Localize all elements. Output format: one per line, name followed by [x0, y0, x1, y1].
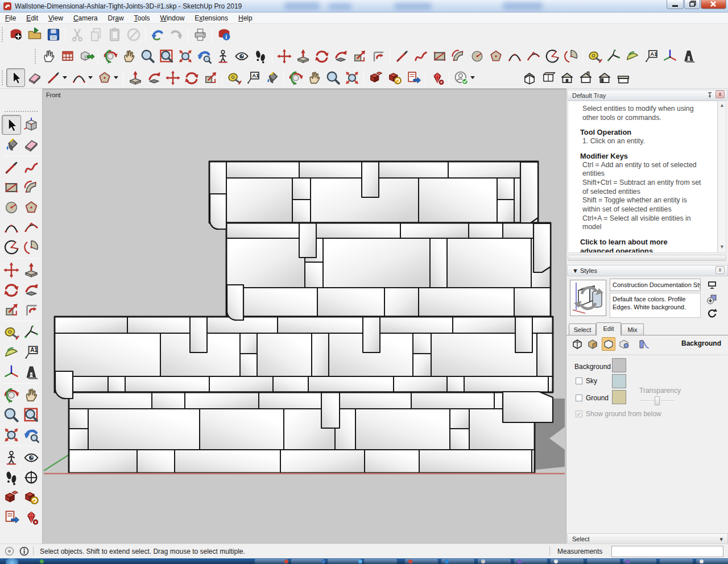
tray-close-icon[interactable]: x [715, 90, 725, 98]
paint-tool-icon[interactable] [262, 68, 281, 87]
scroll-up-icon[interactable]: ▲ [719, 103, 725, 108]
signin-dropdown-icon[interactable] [470, 76, 475, 79]
arc2-tool-icon[interactable] [505, 47, 524, 66]
zoom-tool-icon[interactable] [324, 68, 342, 87]
viso-tool-icon[interactable] [520, 68, 539, 87]
ruby-tool-icon[interactable] [22, 507, 41, 527]
menu-file[interactable]: File [0, 13, 21, 22]
new-tool-icon[interactable] [6, 26, 25, 44]
tab-select[interactable]: Select [569, 324, 596, 335]
instructor-scrollbar[interactable]: ▲ ▼ [718, 101, 726, 253]
pushpull-tool-icon[interactable] [22, 260, 41, 280]
line-dropdown-icon[interactable] [63, 76, 67, 79]
arcpie-tool-icon[interactable] [2, 237, 21, 257]
move-tool-icon[interactable] [163, 68, 182, 87]
style-name-field[interactable]: Construction Documentation Sty [610, 279, 701, 291]
signin-tool-icon[interactable] [452, 68, 470, 87]
text-tool-icon[interactable]: A1 [642, 47, 660, 66]
menu-edit[interactable]: Edit [21, 13, 43, 22]
look-tool-icon[interactable] [22, 447, 41, 467]
wh3d-tool-icon[interactable] [366, 68, 385, 87]
tape-tool-icon[interactable] [225, 68, 243, 87]
rotrect-tool-icon[interactable] [22, 177, 41, 197]
arc3-tool-icon[interactable] [22, 217, 41, 237]
pan-tool-icon[interactable] [119, 47, 138, 66]
menu-view[interactable]: View [43, 13, 68, 22]
paste-tool-icon[interactable] [105, 26, 124, 44]
vtop-tool-icon[interactable] [539, 68, 557, 87]
eraseall-tool-icon[interactable] [124, 26, 143, 44]
orbit-tool-icon[interactable] [2, 385, 21, 405]
arcpie-tool-icon[interactable] [543, 47, 561, 66]
style-thumbnail[interactable] [570, 280, 606, 316]
offset-tool-icon[interactable] [22, 300, 41, 320]
scale-tool-icon[interactable] [350, 47, 369, 66]
vright-tool-icon[interactable] [614, 68, 632, 87]
walk-tool-icon[interactable] [251, 47, 270, 66]
pushpull-tool-icon[interactable] [126, 68, 144, 87]
taskbar-app-button[interactable] [291, 559, 324, 564]
style-description-field[interactable]: Default face colors. Profile Edges. Whit… [610, 293, 701, 318]
component-tool-icon[interactable] [22, 115, 41, 135]
close-button[interactable] [701, 0, 726, 9]
walk-tool-icon[interactable] [2, 467, 21, 487]
rotate-tool-icon[interactable] [312, 47, 331, 66]
text3d-tool-icon[interactable] [22, 362, 41, 382]
taskbar-app-button[interactable] [587, 559, 620, 564]
followme-tool-icon[interactable] [144, 68, 163, 87]
look-tool-icon[interactable] [232, 47, 251, 66]
open-tool-icon[interactable] [25, 26, 44, 44]
menu-help[interactable]: Help [233, 13, 258, 22]
taskbar-app-button[interactable] [255, 559, 288, 564]
scale-tool-icon[interactable] [201, 68, 220, 87]
line-tool-icon[interactable] [44, 68, 63, 87]
tab-mix[interactable]: Mix [621, 324, 644, 335]
styles-edit-modeling-icon[interactable] [637, 337, 651, 351]
info-icon[interactable] [19, 546, 29, 556]
start-button[interactable] [6, 558, 18, 564]
rotrect-tool-icon[interactable] [449, 47, 468, 66]
rotate-tool-icon[interactable] [2, 280, 21, 300]
whshare-tool-icon[interactable] [2, 507, 21, 527]
redo-tool-icon[interactable] [167, 26, 185, 44]
pieslice-tool-icon[interactable] [22, 237, 41, 257]
show-ground-checkbox[interactable]: ✓ [576, 410, 582, 417]
print-tool-icon[interactable] [191, 26, 209, 44]
orbit-tool-icon[interactable] [101, 47, 119, 66]
update-style-icon[interactable] [706, 308, 718, 320]
pan-tool-icon[interactable] [22, 385, 41, 405]
zoomwin-tool-icon[interactable] [22, 405, 41, 425]
arc2-tool-icon[interactable] [69, 68, 88, 87]
dim-tool-icon[interactable] [604, 47, 623, 66]
tray-splitter[interactable] [568, 255, 726, 261]
instructor-text[interactable]: Click to learn about more advanced opera… [580, 238, 701, 253]
menu-window[interactable]: Window [155, 13, 190, 22]
undo-tool-icon[interactable] [148, 26, 167, 44]
whext-tool-icon[interactable] [385, 68, 404, 87]
taskbar-app-button[interactable] [364, 559, 397, 564]
pan-tool-icon[interactable] [305, 68, 324, 87]
whshare-tool-icon[interactable] [404, 68, 423, 87]
eraser-tool-icon[interactable] [22, 135, 41, 155]
freehand-tool-icon[interactable] [22, 157, 41, 177]
circle-tool-icon[interactable] [2, 197, 21, 217]
pieslice-tool-icon[interactable] [561, 47, 580, 66]
wh3d-tool-icon[interactable] [2, 487, 21, 507]
sky-swatch[interactable] [612, 374, 626, 388]
model-viewport[interactable]: Front [43, 89, 566, 544]
tape-tool-icon[interactable] [585, 47, 604, 66]
arc3-tool-icon[interactable] [524, 47, 543, 66]
tray-header[interactable]: Default Tray [567, 90, 727, 101]
rect-tool-icon[interactable] [2, 177, 21, 197]
cut-tool-icon[interactable] [68, 26, 86, 44]
text-tool-icon[interactable]: A1 [243, 68, 262, 87]
eraser-tool-icon[interactable] [25, 68, 44, 87]
sky-checkbox[interactable] [576, 378, 582, 384]
poscam-tool-icon[interactable] [213, 47, 232, 66]
tab-edit[interactable]: Edit [596, 322, 621, 335]
secondary-pane-icon[interactable] [706, 280, 718, 291]
select-tool-icon[interactable] [2, 115, 21, 135]
pin-icon[interactable] [706, 92, 713, 98]
modelinfo-tool-icon[interactable]: i [214, 26, 233, 44]
followme-tool-icon[interactable] [331, 47, 350, 66]
